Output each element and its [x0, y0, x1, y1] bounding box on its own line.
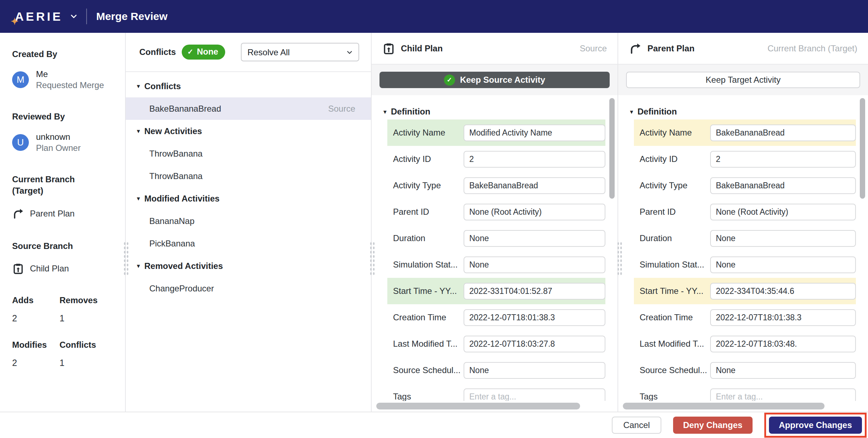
definition-row: Parent ID: [387, 199, 605, 225]
field-input[interactable]: [464, 283, 605, 300]
panels-resize-handle[interactable]: [617, 241, 622, 276]
field-input[interactable]: [464, 230, 605, 247]
deny-changes-button[interactable]: Deny Changes: [673, 417, 753, 434]
collapse-triangle-icon: ▼: [136, 128, 144, 134]
conflicts-toolbar: Conflicts ✓ None Resolve All: [126, 33, 371, 72]
panel-title: Child Plan: [401, 44, 443, 54]
field-input[interactable]: [710, 388, 856, 401]
target-definition-body: ▼ Definition Activity Name Activity ID: [618, 95, 868, 401]
field-input[interactable]: [464, 256, 605, 273]
field-input[interactable]: [710, 362, 856, 379]
definition-section-header[interactable]: ▼ Definition: [372, 104, 618, 119]
field-label: Activity Type: [634, 180, 710, 190]
definition-section-header[interactable]: ▼ Definition: [618, 104, 868, 119]
conflicts-label: Conflicts: [139, 47, 176, 57]
definition-row: Creation Time: [634, 304, 856, 331]
field-label: Parent ID: [387, 207, 464, 217]
field-label: Tags: [634, 392, 710, 401]
tree-section-modified-activities[interactable]: ▼ Modified Activities: [126, 187, 371, 210]
field-input[interactable]: [710, 151, 856, 168]
nav-divider: [86, 9, 87, 24]
user-name: Me: [36, 69, 104, 79]
sidebar-resize-handle[interactable]: [123, 241, 129, 276]
field-input[interactable]: [710, 336, 856, 352]
field-label: Activity ID: [634, 154, 710, 164]
star-icon: ✦: [11, 16, 21, 27]
field-input[interactable]: [464, 151, 605, 168]
horizontal-scrollbar[interactable]: [623, 403, 825, 409]
tree-section-new-activities[interactable]: ▼ New Activities: [126, 120, 371, 142]
definition-row: Tags: [387, 383, 605, 401]
field-input[interactable]: [710, 309, 856, 326]
current-branch-heading: Current Branch (Target): [12, 174, 87, 197]
field-input[interactable]: [710, 230, 856, 247]
definition-row: Simulation Stat...: [387, 251, 605, 278]
merge-arrow-icon: [629, 42, 642, 55]
field-input[interactable]: [464, 388, 605, 401]
changes-tree: ▼ Conflicts BakeBananaBread Source ▼ New…: [126, 72, 371, 412]
field-input[interactable]: [464, 309, 605, 326]
field-label: Source Schedul...: [387, 365, 464, 375]
field-input[interactable]: [710, 256, 856, 273]
tree-item[interactable]: ChangeProducer: [126, 277, 371, 300]
tree-section-removed-activities[interactable]: ▼ Removed Activities: [126, 255, 371, 277]
field-input[interactable]: [710, 177, 856, 194]
tree-item[interactable]: ThrowBanana: [126, 165, 371, 187]
reviewed-by-user: U unknown Plan Owner: [12, 132, 118, 153]
activity-name: PickBanana: [149, 239, 195, 249]
app-logo[interactable]: AERIE✦: [13, 10, 78, 24]
field-input[interactable]: [710, 283, 856, 300]
approve-changes-button[interactable]: Approve Changes: [769, 417, 862, 434]
created-by-heading: Created By: [12, 49, 118, 60]
field-input[interactable]: [464, 177, 605, 194]
field-label: Activity Name: [387, 128, 464, 138]
target-action-strip: Keep Target Activity: [618, 65, 868, 95]
field-input[interactable]: [464, 204, 605, 220]
field-input[interactable]: [464, 336, 605, 352]
keep-target-activity-button[interactable]: Keep Target Activity: [626, 72, 860, 88]
source-panel-header: Child Plan Source: [372, 33, 618, 65]
vertical-scrollbar[interactable]: [860, 98, 865, 199]
tree-item[interactable]: PickBanana: [126, 232, 371, 255]
stat-conflicts: Conflicts 1: [60, 340, 118, 368]
field-label: Simulation Stat...: [387, 260, 464, 270]
definition-row: Activity Type: [387, 172, 605, 199]
keep-source-activity-button[interactable]: ✓ Keep Source Activity: [379, 72, 610, 88]
current-branch-plan: Parent Plan: [12, 208, 118, 220]
field-input[interactable]: [710, 124, 856, 141]
definition-row: Last Modified T...: [387, 331, 605, 357]
tree-item[interactable]: BakeBananaBread Source: [126, 97, 371, 120]
tree-item[interactable]: ThrowBanana: [126, 142, 371, 165]
field-label: Start Time - YY...: [634, 286, 710, 296]
check-icon: ✓: [187, 47, 193, 56]
field-input[interactable]: [710, 204, 856, 220]
field-label: Activity Type: [387, 180, 464, 190]
reviewed-by-heading: Reviewed By: [12, 111, 118, 122]
resolve-all-select[interactable]: Resolve All: [241, 43, 359, 61]
field-label: Last Modified T...: [634, 339, 710, 349]
plan-name: Child Plan: [30, 264, 69, 274]
definition-row: Last Modified T...: [634, 331, 856, 357]
plan-clipboard-icon: [382, 42, 395, 55]
source-branch-plan: Child Plan: [12, 263, 118, 275]
definition-row: Source Schedul...: [387, 357, 605, 383]
field-input[interactable]: [464, 124, 605, 141]
page-title: Merge Review: [96, 10, 167, 22]
collapse-triangle-icon: ▼: [382, 109, 391, 115]
tree-section-conflicts[interactable]: ▼ Conflicts: [126, 75, 371, 97]
field-input[interactable]: [464, 362, 605, 379]
tree-item[interactable]: BananaNap: [126, 210, 371, 232]
stat-adds: Adds 2: [12, 295, 60, 324]
horizontal-scrollbar[interactable]: [376, 403, 580, 409]
cancel-button[interactable]: Cancel: [612, 417, 661, 434]
source-action-strip: ✓ Keep Source Activity: [372, 65, 618, 95]
tree-resize-handle[interactable]: [370, 241, 375, 276]
chevron-down-icon[interactable]: [69, 12, 78, 21]
vertical-scrollbar[interactable]: [609, 98, 615, 199]
collapse-triangle-icon: ▼: [629, 109, 637, 115]
changes-tree-panel: Conflicts ✓ None Resolve All ▼: [126, 33, 372, 412]
definition-row: Activity ID: [387, 146, 605, 172]
field-label: Last Modified T...: [387, 339, 464, 349]
source-branch-heading: Source Branch: [12, 240, 118, 252]
conflicts-none-badge: ✓ None: [182, 45, 226, 60]
